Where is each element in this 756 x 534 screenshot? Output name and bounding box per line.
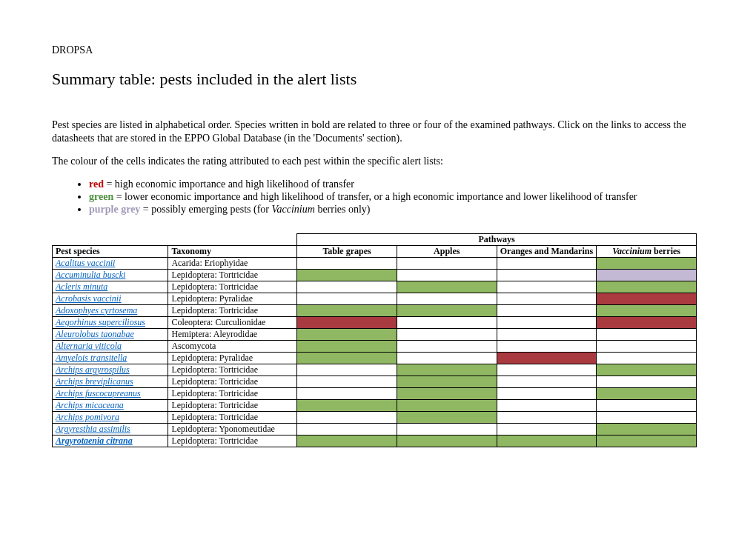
pathway-cell <box>497 352 597 364</box>
pathway-cell <box>597 364 697 376</box>
table-row: Acalitus vacciniiAcarida: Eriophyidae <box>53 257 697 269</box>
legend-purple-text-c: berries only) <box>315 204 371 215</box>
taxonomy-cell: Lepidoptera: Tortricidae <box>168 304 297 316</box>
pathway-cell <box>297 423 397 435</box>
species-link[interactable]: Argyresthia assimilis <box>56 424 130 434</box>
pathway-cell <box>397 293 497 304</box>
legend-item-red: red = high economic importance and high … <box>89 178 704 190</box>
header-apples: Apples <box>397 245 497 257</box>
pathway-cell <box>597 293 697 304</box>
pathway-cell <box>297 364 397 376</box>
species-link[interactable]: Acleris minuta <box>56 281 107 292</box>
pathway-cell <box>497 328 597 340</box>
legend-green-label: green <box>89 191 113 202</box>
species-link[interactable]: Archips fuscocupreanus <box>56 388 141 398</box>
pathway-cell <box>297 293 397 304</box>
pathway-cell <box>297 376 397 387</box>
table-row: Adoxophyes cyrtosemaLepidoptera: Tortric… <box>53 304 697 316</box>
taxonomy-cell: Lepidoptera: Tortricidae <box>168 364 297 376</box>
pathway-cell <box>297 316 397 328</box>
taxonomy-cell: Lepidoptera: Pyralidae <box>168 352 297 364</box>
pathway-cell <box>397 281 497 293</box>
taxonomy-cell: Lepidoptera: Tortricidae <box>168 376 297 387</box>
species-link[interactable]: Alternaria viticola <box>56 341 122 351</box>
pathway-cell <box>597 411 697 423</box>
species-cell: Alternaria viticola <box>53 340 168 352</box>
species-link[interactable]: Adoxophyes cyrtosema <box>56 305 137 316</box>
pathway-cell <box>397 257 497 269</box>
header-taxonomy: Taxonomy <box>168 245 297 257</box>
species-link[interactable]: Argyrotaenia citrana <box>56 435 133 446</box>
super-header-empty <box>53 233 168 245</box>
table-row: Archips fuscocupreanusLepidoptera: Tortr… <box>53 387 697 399</box>
pathway-cell <box>297 281 397 293</box>
species-cell: Archips pomivora <box>53 411 168 423</box>
legend-purple-text-a: = possibly emerging pests (for <box>140 204 271 215</box>
taxonomy-cell: Lepidoptera: Tortricidae <box>168 411 297 423</box>
table-row: Archips argyrospilusLepidoptera: Tortric… <box>53 364 697 376</box>
species-link[interactable]: Accuminulia buscki <box>56 270 125 280</box>
species-link[interactable]: Aegorhinus superciliosus <box>56 317 145 327</box>
legend-list: red = high economic importance and high … <box>52 178 704 216</box>
species-cell: Archips fuscocupreanus <box>53 387 168 399</box>
species-link[interactable]: Acrobasis vaccinii <box>56 293 122 304</box>
pathway-cell <box>597 387 697 399</box>
species-link[interactable]: Aleurolobus taonabae <box>56 329 134 339</box>
species-cell: Accuminulia buscki <box>53 269 168 281</box>
species-cell: Acleris minuta <box>53 281 168 293</box>
pathway-cell <box>497 364 597 376</box>
pathway-cell <box>397 376 497 387</box>
table-row: Archips micaceanaLepidoptera: Tortricida… <box>53 399 697 411</box>
pathway-cell <box>397 399 497 411</box>
legend-red-text: = high economic importance and high like… <box>104 178 354 190</box>
taxonomy-cell: Lepidoptera: Tortricidae <box>168 435 297 447</box>
pathway-cell <box>597 352 697 364</box>
legend-item-purple: purple grey = possibly emerging pests (f… <box>89 204 704 216</box>
taxonomy-cell: Acarida: Eriophyidae <box>168 257 297 269</box>
legend-purple-label: purple grey <box>89 204 140 215</box>
species-link[interactable]: Acalitus vaccinii <box>56 258 115 268</box>
species-link[interactable]: Archips pomivora <box>56 412 119 422</box>
pathway-cell <box>497 269 597 281</box>
species-cell: Aegorhinus superciliosus <box>53 316 168 328</box>
pathway-cell <box>597 435 697 447</box>
pathway-cell <box>397 435 497 447</box>
pathway-cell <box>597 340 697 352</box>
species-cell: Acrobasis vaccinii <box>53 293 168 304</box>
pathway-cell <box>597 423 697 435</box>
pathway-cell <box>297 435 397 447</box>
pathway-cell <box>497 316 597 328</box>
species-cell: Archips micaceana <box>53 399 168 411</box>
pathway-cell <box>397 423 497 435</box>
taxonomy-cell: Hemiptera: Aleyrodidae <box>168 328 297 340</box>
header-label: DROPSA <box>52 44 704 56</box>
taxonomy-cell: Lepidoptera: Tortricidae <box>168 387 297 399</box>
species-link[interactable]: Amyelois transitella <box>56 353 127 363</box>
species-link[interactable]: Archips argyrospilus <box>56 364 130 375</box>
pathway-cell <box>497 435 597 447</box>
species-link[interactable]: Archips micaceana <box>56 400 124 410</box>
pathway-cell <box>397 411 497 423</box>
pathway-cell <box>397 304 497 316</box>
species-cell: Aleurolobus taonabae <box>53 328 168 340</box>
pathway-cell <box>397 352 497 364</box>
species-link[interactable]: Archips breviplicanus <box>56 376 133 387</box>
pathway-cell <box>297 304 397 316</box>
pathway-cell <box>597 328 697 340</box>
species-cell: Archips breviplicanus <box>53 376 168 387</box>
pathway-cell <box>497 304 597 316</box>
species-cell: Argyrotaenia citrana <box>53 435 168 447</box>
pathway-cell <box>497 411 597 423</box>
pathway-cell <box>397 387 497 399</box>
pathway-cell <box>297 399 397 411</box>
taxonomy-cell: Ascomycota <box>168 340 297 352</box>
pathway-cell <box>397 269 497 281</box>
pathway-cell <box>397 316 497 328</box>
species-cell: Adoxophyes cyrtosema <box>53 304 168 316</box>
pathway-cell <box>297 387 397 399</box>
pathway-cell <box>497 293 597 304</box>
pest-table: Pathways Pest species Taxonomy Table gra… <box>52 233 697 447</box>
pathway-cell <box>497 399 597 411</box>
table-row: Archips breviplicanusLepidoptera: Tortri… <box>53 376 697 387</box>
table-super-header-row: Pathways <box>53 233 697 245</box>
